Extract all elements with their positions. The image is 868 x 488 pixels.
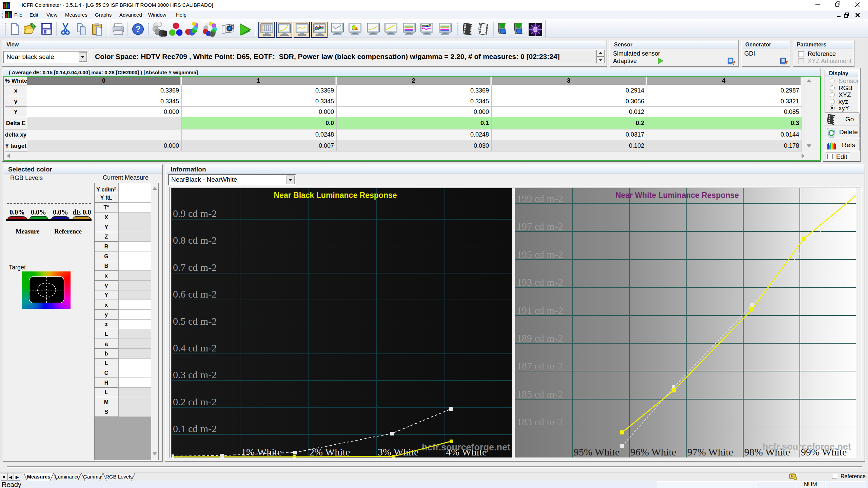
svg-text:?: ? [136,24,141,34]
